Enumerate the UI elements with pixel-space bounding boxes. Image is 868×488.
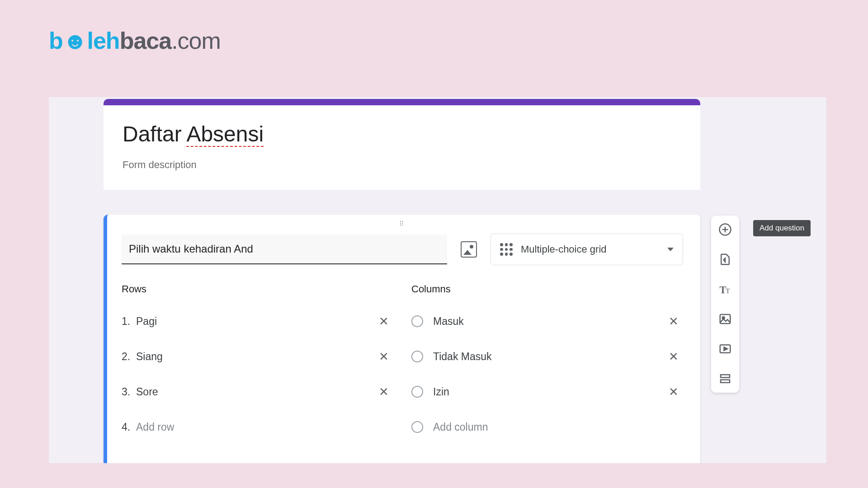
svg-text:T: T bbox=[720, 284, 726, 296]
add-question-icon[interactable] bbox=[717, 222, 733, 237]
import-questions-icon[interactable] bbox=[717, 252, 733, 267]
row-item[interactable]: 1. Pagi ✕ bbox=[122, 308, 393, 335]
columns-section: Columns Masuk ✕ Tidak Masuk ✕ Izin ✕ bbox=[411, 283, 683, 449]
chevron-down-icon bbox=[667, 248, 674, 251]
svg-rect-5 bbox=[720, 314, 731, 324]
row-item[interactable]: 2. Siang ✕ bbox=[122, 343, 393, 370]
add-image-icon[interactable] bbox=[717, 311, 733, 327]
add-row-button[interactable]: 4. Add row bbox=[122, 413, 393, 441]
radio-icon bbox=[411, 421, 423, 433]
row-item[interactable]: 3. Sore ✕ bbox=[122, 378, 393, 405]
remove-row-icon[interactable]: ✕ bbox=[374, 314, 393, 328]
question-title-input[interactable] bbox=[122, 235, 447, 264]
form-header-card[interactable]: Daftar Absensi Form description bbox=[104, 99, 700, 190]
remove-column-icon[interactable]: ✕ bbox=[664, 314, 683, 328]
svg-rect-10 bbox=[721, 380, 730, 383]
site-logo: b☻lehbaca.com bbox=[49, 27, 221, 54]
column-item[interactable]: Masuk ✕ bbox=[411, 308, 683, 335]
svg-rect-9 bbox=[721, 375, 730, 377]
column-item[interactable]: Tidak Masuk ✕ bbox=[411, 343, 683, 370]
radio-icon bbox=[411, 386, 423, 398]
form-description-placeholder[interactable]: Form description bbox=[123, 159, 681, 171]
rows-header: Rows bbox=[122, 283, 393, 295]
remove-row-icon[interactable]: ✕ bbox=[374, 385, 393, 399]
question-card[interactable]: ⠿ Multiple-choice grid Rows 1. Pagi ✕ bbox=[104, 215, 700, 463]
remove-column-icon[interactable]: ✕ bbox=[664, 350, 683, 364]
column-item[interactable]: Izin ✕ bbox=[411, 378, 683, 405]
question-type-label: Multiple-choice grid bbox=[521, 244, 607, 255]
form-editor-workspace: Daftar Absensi Form description ⠿ Multip… bbox=[49, 97, 826, 463]
add-video-icon[interactable] bbox=[717, 341, 733, 357]
add-title-icon[interactable]: TT bbox=[717, 282, 733, 297]
add-image-icon[interactable] bbox=[461, 241, 477, 258]
radio-icon bbox=[411, 351, 423, 362]
radio-icon bbox=[411, 315, 423, 327]
columns-header: Columns bbox=[411, 283, 683, 295]
svg-marker-8 bbox=[724, 347, 728, 351]
add-section-icon[interactable] bbox=[717, 371, 733, 386]
form-title[interactable]: Daftar Absensi bbox=[123, 122, 681, 146]
remove-column-icon[interactable]: ✕ bbox=[664, 385, 683, 399]
question-type-dropdown[interactable]: Multiple-choice grid bbox=[491, 234, 683, 265]
add-question-tooltip: Add question bbox=[753, 220, 811, 236]
side-toolbar: TT bbox=[711, 216, 739, 393]
remove-row-icon[interactable]: ✕ bbox=[374, 350, 393, 364]
rows-section: Rows 1. Pagi ✕ 2. Siang ✕ 3. Sore ✕ bbox=[122, 283, 393, 449]
svg-text:T: T bbox=[726, 287, 730, 295]
drag-handle-icon[interactable]: ⠿ bbox=[122, 215, 683, 231]
add-column-button[interactable]: Add column bbox=[411, 413, 683, 441]
grid-icon bbox=[500, 243, 513, 256]
